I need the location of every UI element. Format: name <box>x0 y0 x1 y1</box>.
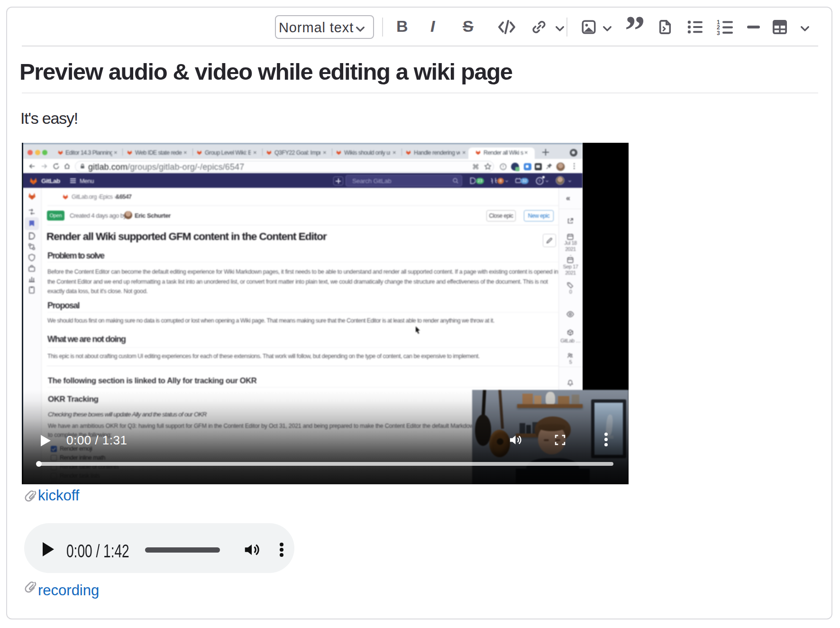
svg-text:?: ? <box>538 178 540 184</box>
svg-text:3: 3 <box>717 30 720 35</box>
